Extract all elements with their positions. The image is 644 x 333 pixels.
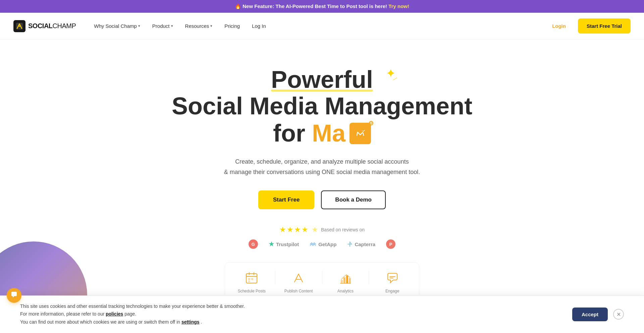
- reviews-area: ★★★★ ★ Based on reviews on G ★ Trustpilo…: [7, 225, 637, 249]
- banner-text: New Feature: The AI-Powered Best Time to…: [243, 3, 387, 9]
- full-stars: ★★★★: [279, 225, 309, 234]
- sparkle-decoration: [382, 66, 402, 83]
- hero-buttons: Start Free Book a Demo: [7, 190, 637, 209]
- svg-rect-7: [248, 281, 250, 282]
- producthunt-icon: P: [386, 239, 395, 249]
- review-producthunt: P: [386, 239, 395, 249]
- review-capterra: Capterra: [347, 241, 375, 247]
- nav-item-pricing[interactable]: Pricing: [220, 20, 245, 32]
- nav-item-resources[interactable]: Resources ▾: [180, 20, 217, 32]
- hero-description: Create, schedule, organize, and analyze …: [218, 157, 426, 177]
- hero-for-text: for Ma: [273, 119, 345, 147]
- reviews-text: Based on reviews on: [321, 227, 365, 232]
- svg-rect-11: [349, 278, 351, 283]
- hero-title-powerful: Powerful: [271, 66, 373, 93]
- capterra-icon: [347, 241, 353, 247]
- review-google: G: [249, 239, 258, 249]
- feature-analytics: Analytics: [322, 271, 369, 293]
- cookie-text: This site uses cookies and other essenti…: [20, 302, 559, 316]
- cookie-banner: This site uses cookies and other essenti…: [0, 295, 644, 316]
- top-banner: 🔥 New Feature: The AI-Powered Best Time …: [0, 0, 644, 13]
- cookie-actions: Accept ✕: [572, 308, 624, 316]
- schedule-label: Schedule Posts: [238, 289, 266, 293]
- nav-links: Why Social Champ ▾ Product ▾ Resources ▾…: [89, 20, 271, 32]
- hero-section: Powerful Social Media Management for Ma …: [0, 40, 644, 315]
- svg-point-1: [19, 25, 20, 27]
- feature-schedule: Schedule Posts: [228, 271, 275, 293]
- stars-line: ★★★★ ★ Based on reviews on: [7, 225, 637, 234]
- logo-text: SOCIALCHAMP: [28, 22, 76, 30]
- feature-engage: Engage: [369, 271, 416, 293]
- publish-label: Publish Content: [284, 289, 313, 293]
- trustpilot-label: Trustpilot: [276, 241, 299, 247]
- accept-cookies-button[interactable]: Accept: [572, 308, 608, 316]
- getapp-label: GetApp: [318, 241, 336, 247]
- logo-icon: [13, 20, 25, 32]
- start-free-button[interactable]: Start Free: [258, 190, 314, 209]
- banner-emoji: 🔥: [235, 3, 241, 9]
- getapp-icon: [310, 241, 316, 247]
- review-getapp: GetApp: [310, 241, 336, 247]
- chevron-down-icon: ▾: [138, 24, 140, 28]
- close-icon: ✕: [616, 311, 621, 316]
- google-icon: G: [249, 239, 258, 249]
- trustpilot-star-icon: ★: [269, 240, 274, 248]
- typing-icon: [350, 123, 371, 144]
- chat-widget[interactable]: [7, 288, 21, 303]
- engage-icon: [385, 271, 400, 285]
- capterra-label: Capterra: [355, 241, 375, 247]
- svg-rect-6: [251, 278, 253, 280]
- book-demo-button[interactable]: Book a Demo: [321, 190, 386, 209]
- nav-item-login[interactable]: Log In: [247, 20, 271, 32]
- chevron-down-icon: ▾: [210, 24, 212, 28]
- svg-rect-8: [341, 280, 343, 283]
- hero-title: Powerful: [171, 66, 473, 93]
- chevron-down-icon: ▾: [171, 24, 173, 28]
- cookie-policies-link[interactable]: policies: [106, 311, 123, 315]
- login-button[interactable]: Login: [547, 20, 571, 32]
- chat-icon: [10, 291, 18, 300]
- engage-label: Engage: [385, 289, 399, 293]
- analytics-icon: [338, 271, 353, 285]
- nav-item-why-social-champ[interactable]: Why Social Champ ▾: [89, 20, 145, 32]
- analytics-label: Analytics: [337, 289, 354, 293]
- logo[interactable]: SOCIALCHAMP: [13, 20, 76, 32]
- svg-rect-9: [343, 277, 345, 283]
- navbar: SOCIALCHAMP Why Social Champ ▾ Product ▾…: [0, 13, 644, 40]
- feature-publish: Publish Content: [275, 271, 322, 293]
- hero-title-line3: for Ma: [7, 119, 637, 147]
- hero-title-line2: Social Media Management: [7, 93, 637, 119]
- navbar-left: SOCIALCHAMP Why Social Champ ▾ Product ▾…: [13, 20, 271, 32]
- schedule-icon: [244, 271, 259, 285]
- review-trustpilot: ★ Trustpilot: [269, 240, 299, 248]
- nav-item-product[interactable]: Product ▾: [148, 20, 178, 32]
- svg-rect-10: [346, 275, 348, 283]
- start-free-trial-button[interactable]: Start Free Trial: [578, 18, 631, 34]
- review-logos: G ★ Trustpilot GetApp Cap: [7, 239, 637, 249]
- close-cookie-banner-button[interactable]: ✕: [613, 309, 624, 315]
- publish-icon: [291, 271, 306, 285]
- navbar-right: Login Start Free Trial: [547, 18, 631, 34]
- banner-cta[interactable]: Try now!: [388, 3, 409, 9]
- half-star: ★: [312, 225, 318, 234]
- svg-rect-5: [248, 278, 250, 280]
